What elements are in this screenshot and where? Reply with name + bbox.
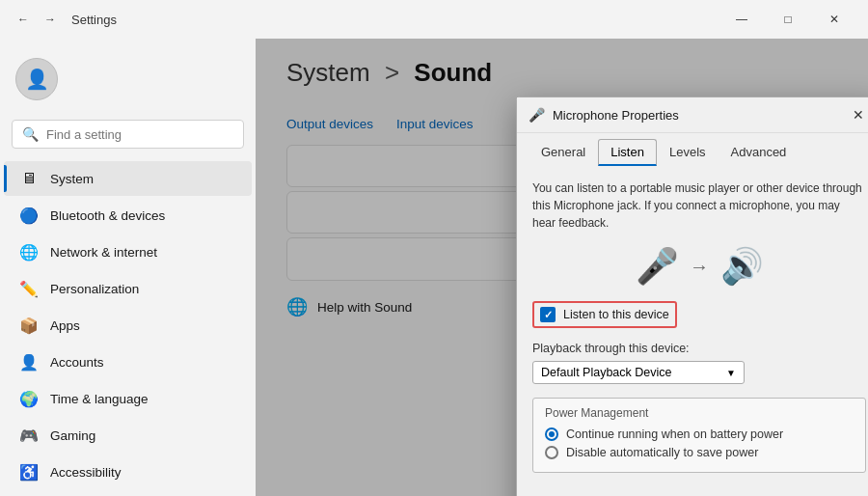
sidebar-item-time[interactable]: 🌍 Time & language (4, 381, 252, 416)
modal-titlebar: 🎤 Microphone Properties ✕ (517, 97, 868, 133)
gaming-icon: 🎮 (19, 426, 39, 445)
tab-levels[interactable]: Levels (657, 139, 719, 166)
avatar[interactable]: 👤 (15, 58, 58, 100)
microphone-properties-dialog: 🎤 Microphone Properties ✕ General Listen… (516, 96, 868, 496)
forward-button[interactable]: → (39, 9, 62, 30)
sidebar-item-label: Bluetooth & devices (50, 208, 165, 223)
sidebar-item-network[interactable]: 🌐 Network & internet (4, 234, 252, 269)
sidebar-item-label: Accessibility (50, 465, 122, 480)
modal-tabs: General Listen Levels Advanced (517, 133, 868, 166)
arrow-icon: → (690, 256, 709, 278)
app-body: 👤 🔍 🖥 System 🔵 Bluetooth & devices 🌐 Net… (0, 39, 868, 496)
tab-general[interactable]: General (529, 139, 598, 166)
device-icons-row: 🎤 → 🔊 (532, 245, 866, 288)
main-content: System > Sound Output devices Input devi… (256, 39, 868, 496)
apps-icon: 📦 (19, 316, 39, 335)
time-icon: 🌍 (19, 389, 39, 408)
playback-label: Playback through this device: (532, 342, 866, 355)
maximize-button[interactable]: □ (766, 4, 810, 35)
tab-advanced[interactable]: Advanced (719, 139, 800, 166)
source-device-icon: 🎤 (634, 245, 680, 288)
radio-disable-icon[interactable] (545, 446, 558, 459)
sidebar-item-label: System (50, 172, 94, 186)
listen-checkbox[interactable] (540, 307, 556, 322)
network-icon: 🌐 (19, 242, 39, 262)
modal-close-button[interactable]: ✕ (847, 105, 868, 124)
listen-checkbox-label: Listen to this device (563, 308, 669, 321)
bluetooth-icon: 🔵 (19, 206, 39, 225)
radio-row-continue[interactable]: Continue running when on battery power (545, 427, 854, 441)
tab-listen[interactable]: Listen (598, 139, 657, 166)
sidebar-item-personalization[interactable]: ✏️ Personalization (4, 271, 252, 306)
radio-continue-icon[interactable] (545, 427, 558, 441)
sidebar-item-label: Time & language (50, 392, 149, 406)
modal-mic-icon: 🎤 (529, 107, 545, 123)
title-bar: ← → Settings — □ ✕ (0, 0, 868, 39)
sidebar-item-accounts[interactable]: 👤 Accounts (4, 344, 252, 379)
playback-section: Playback through this device: Default Pl… (532, 342, 866, 384)
modal-title-area: 🎤 Microphone Properties (529, 107, 679, 123)
sidebar-item-gaming[interactable]: 🎮 Gaming (4, 418, 252, 453)
sidebar-item-accessibility[interactable]: ♿ Accessibility (4, 455, 252, 489)
back-button[interactable]: ← (12, 9, 35, 30)
sidebar-item-label: Accounts (50, 355, 104, 370)
personalization-icon: ✏️ (19, 279, 39, 298)
sidebar-item-apps[interactable]: 📦 Apps (4, 308, 252, 343)
sidebar: 👤 🔍 🖥 System 🔵 Bluetooth & devices 🌐 Net… (0, 39, 256, 496)
accounts-icon: 👤 (19, 352, 39, 372)
search-icon: 🔍 (22, 126, 39, 142)
radio-disable-label: Disable automatically to save power (566, 446, 758, 459)
playback-value: Default Playback Device (541, 366, 671, 379)
radio-row-disable[interactable]: Disable automatically to save power (545, 446, 854, 459)
sidebar-item-label: Gaming (50, 428, 95, 443)
sidebar-item-label: Apps (50, 318, 80, 333)
modal-description: You can listen to a portable music playe… (532, 179, 866, 232)
sidebar-item-label: Personalization (50, 282, 139, 296)
dropdown-chevron-icon: ▼ (726, 368, 736, 378)
close-button[interactable]: ✕ (812, 4, 856, 35)
user-profile: 👤 (0, 46, 256, 116)
output-device-icon: 🔊 (719, 245, 765, 288)
power-management-box: Power Management Continue running when o… (532, 398, 866, 473)
accessibility-icon: ♿ (19, 462, 39, 482)
sidebar-item-label: Network & internet (50, 245, 157, 260)
playback-dropdown[interactable]: Default Playback Device ▼ (532, 361, 745, 384)
listen-checkbox-row[interactable]: Listen to this device (532, 301, 677, 328)
app-title: Settings (71, 13, 117, 27)
search-input[interactable] (46, 127, 233, 142)
minimize-button[interactable]: — (719, 4, 764, 35)
sidebar-item-system[interactable]: 🖥 System (4, 161, 252, 196)
power-management-label: Power Management (545, 406, 854, 420)
modal-title-text: Microphone Properties (553, 108, 679, 123)
radio-continue-label: Continue running when on battery power (566, 427, 783, 441)
speaker-graphic-icon: 🔊 (720, 246, 764, 287)
sidebar-item-bluetooth[interactable]: 🔵 Bluetooth & devices (4, 198, 252, 233)
search-box[interactable]: 🔍 (12, 120, 244, 149)
microphone-graphic-icon: 🎤 (636, 246, 679, 287)
system-icon: 🖥 (19, 169, 39, 188)
modal-body: You can listen to a portable music playe… (517, 166, 868, 496)
